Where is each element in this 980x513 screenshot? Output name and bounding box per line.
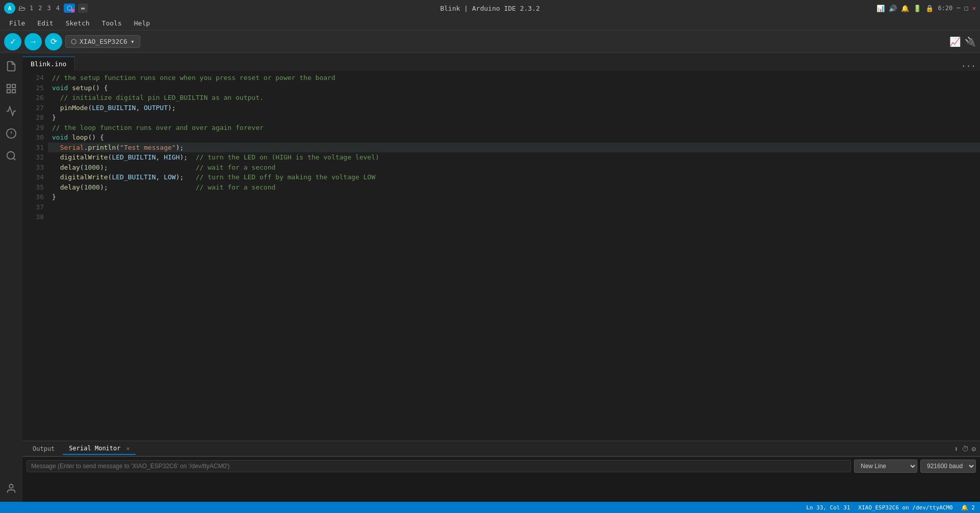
lock-icon: 🔒 [925, 5, 934, 12]
menu-edit[interactable]: Edit [32, 18, 58, 29]
serial-monitor: New Line No Line Ending Carriage Return … [22, 456, 980, 502]
code-line-31: // the loop function runs over and over … [48, 123, 980, 133]
clock: 6:20 [938, 5, 952, 12]
svg-rect-3 [12, 90, 15, 93]
code-line-29: } [48, 113, 980, 123]
window-title: Blink | Arduino IDE 2.3.2 [440, 5, 540, 12]
notification-count: 🔔 2 [961, 504, 975, 511]
maximize-btn[interactable]: □ [965, 5, 968, 12]
code-line-32: void loop() { [48, 132, 980, 143]
bottom-tab-icons: ⬆ ⏱ ⚙ [954, 445, 976, 453]
code-line-35: delay(1000); // wait for a second [48, 163, 980, 173]
serial-monitor-button[interactable]: 🔌 [965, 36, 976, 47]
file-tabs: Blink.ino ··· [22, 53, 980, 71]
serial-plotter-button[interactable]: 📈 [949, 36, 961, 47]
tab-output[interactable]: Output [27, 443, 61, 454]
collapse-icon[interactable]: ⬆ [954, 445, 958, 453]
title-bar: A 🗁 1 2 3 4 ⬡ ▬ Blink | Arduino IDE 2.3.… [0, 0, 980, 16]
code-line-27: // initialize digital pin LED_BUILTIN as… [48, 93, 980, 103]
timer-icon[interactable]: ⏱ [962, 445, 969, 453]
toolbar-right: 📈 🔌 [949, 36, 976, 47]
minimize-btn[interactable]: ─ [957, 5, 960, 12]
tab-2[interactable]: 2 [38, 5, 42, 12]
menu-file[interactable]: File [4, 18, 30, 29]
tab-serial-monitor[interactable]: Serial Monitor ✕ [63, 443, 136, 455]
notification-icon: 🔔 [901, 5, 909, 12]
svg-line-8 [13, 158, 15, 160]
debug-button[interactable]: ⟳ [45, 33, 62, 50]
menu-help[interactable]: Help [129, 18, 155, 29]
serial-newline-select[interactable]: New Line No Line Ending Carriage Return … [854, 460, 917, 473]
tab-3[interactable]: 3 [47, 5, 50, 12]
activity-files[interactable] [2, 57, 20, 75]
code-line-34: digitalWrite(LED_BUILTIN, HIGH); // turn… [48, 152, 980, 163]
tab-more-icon[interactable]: ··· [957, 61, 980, 71]
battery-icon: 🔋 [913, 5, 921, 12]
tab-serial-monitor-label: Serial Monitor [69, 445, 120, 452]
code-content[interactable]: // the setup function runs once when you… [48, 71, 980, 441]
bottom-tabs: Output Serial Monitor ✕ ⬆ ⏱ ⚙ [22, 441, 980, 456]
taskbar-chart-icon: 📊 [876, 5, 885, 12]
board-selector[interactable]: ⬡ XIAO_ESP32C6 ▾ [65, 35, 140, 48]
toolbar: ✓ → ⟳ ⬡ XIAO_ESP32C6 ▾ 📈 🔌 [0, 31, 980, 53]
app-icon: A [4, 3, 15, 14]
tab-4[interactable]: 4 [56, 5, 60, 12]
svg-point-7 [7, 152, 15, 159]
titlebar-right: 📊 🔊 🔔 🔋 🔒 6:20 ─ □ ✕ [876, 5, 976, 12]
activity-boards[interactable] [2, 102, 20, 120]
settings-icon[interactable]: ⚙ [972, 445, 976, 453]
tab-1[interactable]: 1 [30, 5, 33, 12]
code-line-33: Serial.println("Test message"); [48, 143, 980, 153]
serial-input-bar: New Line No Line Ending Carriage Return … [22, 456, 980, 475]
activity-bar [0, 53, 22, 502]
serial-message-input[interactable] [27, 460, 851, 472]
tab-serial-monitor-close[interactable]: ✕ [126, 445, 130, 452]
active-app-tab[interactable]: ⬡ [64, 4, 75, 13]
code-line-26: void setup() { [48, 83, 980, 93]
activity-debug[interactable] [2, 124, 20, 143]
bottom-panel: Output Serial Monitor ✕ ⬆ ⏱ ⚙ New Line [22, 441, 980, 502]
code-line-28: pinMode(LED_BUILTIN, OUTPUT); [48, 103, 980, 113]
volume-icon: 🔊 [889, 5, 897, 12]
serial-baud-select[interactable]: 9600 baud 115200 baud 921600 baud [920, 460, 976, 473]
svg-rect-0 [7, 85, 10, 88]
upload-button[interactable]: → [24, 33, 42, 50]
board-name: XIAO_ESP32C6 [80, 38, 127, 45]
verify-button[interactable]: ✓ [4, 33, 21, 50]
code-editor[interactable]: 24 25 26 27 28 29 30 31 32 33 34 35 36 3… [22, 71, 980, 441]
line-numbers: 24 25 26 27 28 29 30 31 32 33 34 35 36 3… [22, 71, 48, 441]
editor-area: Blink.ino ··· 24 25 26 27 28 29 30 31 32… [22, 53, 980, 502]
svg-point-9 [9, 484, 13, 488]
code-line-25: // the setup function runs once when you… [48, 73, 980, 83]
svg-rect-2 [7, 90, 10, 93]
svg-rect-1 [12, 85, 15, 88]
menu-sketch[interactable]: Sketch [61, 18, 95, 29]
file-tab-name: Blink.ino [31, 60, 66, 68]
board-icon: ⬡ [71, 38, 76, 45]
code-line-36: digitalWrite(LED_BUILTIN, LOW); // turn … [48, 172, 980, 182]
board-dropdown-icon: ▾ [131, 38, 135, 45]
folder-icon: 🗁 [18, 4, 25, 12]
close-btn[interactable]: ✕ [972, 5, 976, 12]
menu-tools[interactable]: Tools [97, 18, 127, 29]
main-layout: Blink.ino ··· 24 25 26 27 28 29 30 31 32… [0, 53, 980, 502]
activity-account[interactable] [2, 479, 20, 498]
status-bar-right: Ln 33, Col 31 XIAO_ESP32C6 on /dev/ttyAC… [806, 504, 975, 511]
cursor-position: Ln 33, Col 31 [806, 504, 850, 511]
code-line-37: delay(1000); // wait for a second [48, 182, 980, 193]
status-bar: Ln 33, Col 31 XIAO_ESP32C6 on /dev/ttyAC… [0, 502, 980, 513]
code-line-38: } [48, 192, 980, 202]
inactive-app-tab[interactable]: ▬ [78, 4, 88, 13]
menu-bar: File Edit Sketch Tools Help [0, 16, 980, 31]
board-port-status: XIAO_ESP32C6 on /dev/ttyACM0 [858, 504, 952, 511]
file-tab-blink[interactable]: Blink.ino [22, 57, 75, 71]
titlebar-left: A 🗁 1 2 3 4 ⬡ ▬ [4, 3, 88, 14]
activity-search[interactable] [2, 147, 20, 165]
activity-libraries[interactable] [2, 79, 20, 98]
